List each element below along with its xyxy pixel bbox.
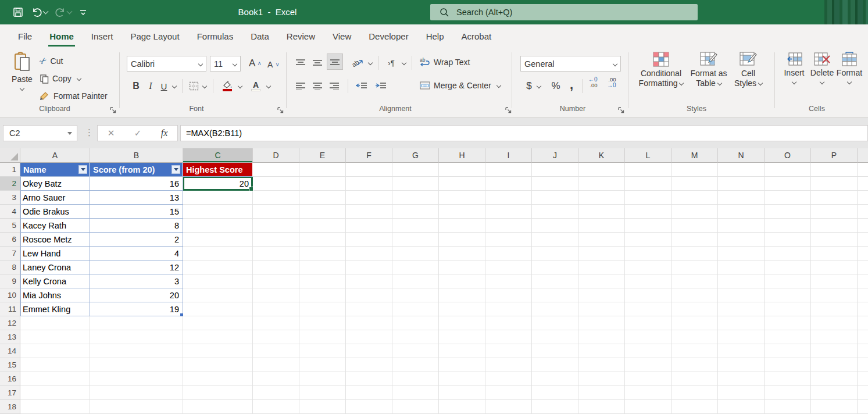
cell-O3[interactable]	[765, 191, 811, 205]
cell-partial-16[interactable]	[858, 372, 868, 386]
tab-data[interactable]: Data	[242, 24, 278, 49]
cell-partial-15[interactable]	[858, 358, 868, 372]
cell-C5[interactable]	[183, 219, 253, 233]
cell-H15[interactable]	[439, 358, 485, 372]
cell-J8[interactable]	[532, 260, 578, 274]
cell-L17[interactable]	[625, 386, 671, 400]
cell-G18[interactable]	[392, 400, 439, 414]
column-header-I[interactable]: I	[485, 148, 532, 163]
cell-H17[interactable]	[439, 386, 485, 400]
accounting-format-button[interactable]: $	[524, 78, 534, 94]
cell-F8[interactable]	[346, 260, 392, 274]
cell-partial-4[interactable]	[858, 205, 868, 219]
orientation-dropdown[interactable]	[366, 55, 374, 71]
cell-partial-7[interactable]	[858, 247, 868, 260]
text-direction-button[interactable]: ›¶	[384, 55, 399, 71]
cell-L5[interactable]	[625, 219, 671, 233]
cell-P12[interactable]	[811, 316, 858, 330]
delete-dropdown-icon[interactable]	[820, 80, 824, 84]
clipboard-dialog-launcher[interactable]	[109, 106, 117, 114]
cell-K13[interactable]	[578, 330, 625, 344]
cell-K15[interactable]	[578, 358, 625, 372]
cell-O2[interactable]	[765, 177, 811, 191]
paste-button[interactable]: Paste	[8, 52, 36, 90]
fill-color-dropdown[interactable]	[236, 78, 244, 94]
cell-F10[interactable]	[346, 288, 392, 302]
row-header-17[interactable]: 17	[0, 386, 20, 400]
cell-G1[interactable]	[392, 163, 439, 177]
filter-dropdown-icon[interactable]	[172, 165, 180, 174]
cell-L14[interactable]	[625, 344, 671, 358]
increase-decimal-button[interactable]: ←0.00	[588, 77, 598, 88]
cell-C16[interactable]	[183, 372, 253, 386]
cell-F12[interactable]	[346, 316, 392, 330]
cell-B15[interactable]	[90, 358, 183, 372]
decrease-indent-button[interactable]	[353, 78, 370, 94]
format-cells-button[interactable]: Format	[836, 52, 863, 84]
cell-partial-12[interactable]	[858, 316, 868, 330]
cell-C4[interactable]	[183, 205, 253, 219]
number-format-select[interactable]: General	[520, 56, 621, 72]
cell-O17[interactable]	[765, 386, 811, 400]
tab-formulas[interactable]: Formulas	[188, 24, 242, 49]
cell-B3[interactable]: 13	[90, 191, 183, 205]
cell-F17[interactable]	[346, 386, 392, 400]
cell-F7[interactable]	[346, 247, 392, 260]
cell-N2[interactable]	[718, 177, 765, 191]
cell-E6[interactable]	[299, 233, 346, 247]
cell-H7[interactable]	[439, 247, 485, 260]
cell-L2[interactable]	[625, 177, 671, 191]
cell-G2[interactable]	[392, 177, 439, 191]
cell-D6[interactable]	[253, 233, 299, 247]
bold-button[interactable]: B	[129, 78, 143, 94]
cell-K11[interactable]	[578, 302, 625, 316]
cell-L13[interactable]	[625, 330, 671, 344]
top-align-button[interactable]	[293, 55, 308, 71]
cell-D16[interactable]	[253, 372, 299, 386]
cell-H12[interactable]	[439, 316, 485, 330]
cell-N4[interactable]	[718, 205, 765, 219]
cell-G6[interactable]	[392, 233, 439, 247]
cell-F16[interactable]	[346, 372, 392, 386]
cell-I14[interactable]	[485, 344, 532, 358]
fill-color-button[interactable]	[220, 78, 235, 94]
cell-M15[interactable]	[671, 358, 718, 372]
cell-K6[interactable]	[578, 233, 625, 247]
cell-M6[interactable]	[671, 233, 718, 247]
cell-A14[interactable]	[20, 344, 90, 358]
cell-P3[interactable]	[811, 191, 858, 205]
underline-button[interactable]: U	[158, 78, 170, 94]
row-header-10[interactable]: 10	[0, 288, 20, 302]
format-as-table-button[interactable]: Format as Table	[688, 52, 729, 88]
cell-A4[interactable]: Odie Brakus	[20, 205, 90, 219]
undo-button[interactable]	[29, 3, 49, 21]
cell-A6[interactable]: Roscoe Metz	[20, 233, 90, 247]
cell-partial-18[interactable]	[858, 400, 868, 414]
cell-M14[interactable]	[671, 344, 718, 358]
cell-C15[interactable]	[183, 358, 253, 372]
cell-E17[interactable]	[299, 386, 346, 400]
cell-J16[interactable]	[532, 372, 578, 386]
cell-P7[interactable]	[811, 247, 858, 260]
cell-F4[interactable]	[346, 205, 392, 219]
cell-F15[interactable]	[346, 358, 392, 372]
cell-partial-5[interactable]	[858, 219, 868, 233]
insert-dropdown-icon[interactable]	[792, 80, 796, 84]
row-header-7[interactable]: 7	[0, 247, 20, 260]
name-box[interactable]: C2	[3, 125, 77, 141]
cell-K18[interactable]	[578, 400, 625, 414]
cell-L6[interactable]	[625, 233, 671, 247]
tab-page-layout[interactable]: Page Layout	[122, 24, 188, 49]
cell-partial-1[interactable]	[858, 163, 868, 177]
cell-E1[interactable]	[299, 163, 346, 177]
cell-E4[interactable]	[299, 205, 346, 219]
row-header-4[interactable]: 4	[0, 205, 20, 219]
cell-I15[interactable]	[485, 358, 532, 372]
row-header-3[interactable]: 3	[0, 191, 20, 205]
cell-K2[interactable]	[578, 177, 625, 191]
conditional-formatting-button[interactable]: Conditional Formatting	[636, 52, 686, 88]
cell-partial-9[interactable]	[858, 274, 868, 288]
cell-G10[interactable]	[392, 288, 439, 302]
cell-D10[interactable]	[253, 288, 299, 302]
cell-A8[interactable]: Laney Crona	[20, 260, 90, 274]
